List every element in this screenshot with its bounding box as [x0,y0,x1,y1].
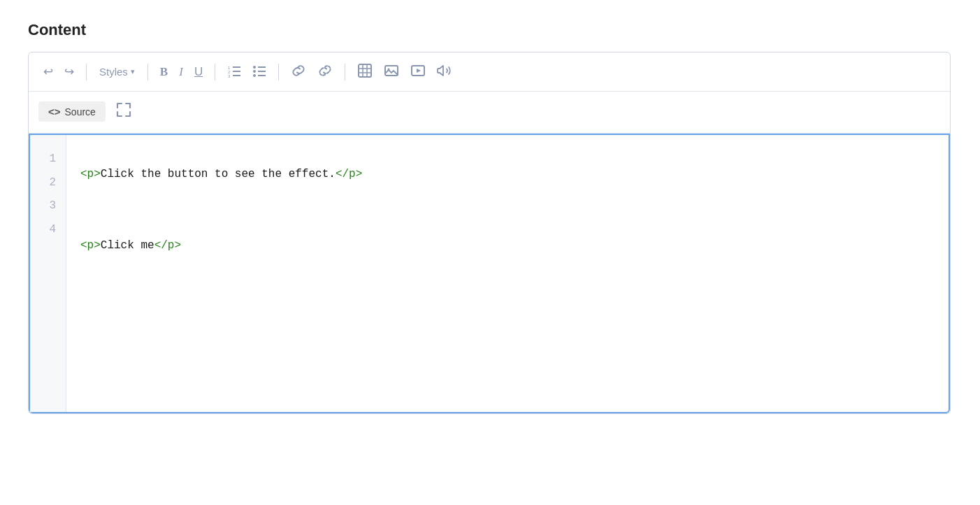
link-icon [291,63,306,80]
tag-open-3: <p> [80,239,101,252]
italic-icon: I [179,66,183,78]
secondary-toolbar: <> Source [29,92,950,134]
main-toolbar: Styles ▾ B I U 1 2 3 [29,52,950,92]
line-number-1: 1 [30,148,66,171]
audio-button[interactable] [432,59,457,84]
text-3: Click me [101,239,154,252]
undo-button[interactable] [38,62,58,81]
styles-group: Styles ▾ [94,62,140,81]
code-line-3: <p>Click me</p> [80,237,935,255]
insert-group [352,59,457,84]
source-label: Source [65,106,96,118]
image-button[interactable] [379,59,404,84]
table-button[interactable] [352,59,377,84]
line-number-4: 4 [30,218,66,242]
link-group [286,59,338,84]
bold-icon: B [160,66,168,78]
editor-container: Styles ▾ B I U 1 2 3 [28,52,951,414]
code-editor[interactable]: 1 2 3 4 <p>Click the button to see the e… [29,134,950,413]
divider-5 [345,64,345,80]
link-button[interactable] [286,59,311,84]
divider-4 [278,64,279,80]
table-icon [357,63,373,80]
unordered-list-button[interactable] [247,60,271,83]
fullscreen-button[interactable] [110,97,138,126]
audio-icon [437,63,452,80]
code-line-2 [80,201,935,220]
ordered-list-icon: 1 2 3 [227,64,241,80]
code-line-4 [80,273,935,291]
svg-rect-17 [385,66,398,76]
line-numbers: 1 2 3 4 [30,135,66,412]
format-group: B I U [155,62,208,81]
ordered-list-button[interactable]: 1 2 3 [222,60,246,83]
redo-icon [64,66,74,78]
bold-button[interactable]: B [155,62,173,81]
fullscreen-icon [115,101,132,122]
unlink-button[interactable] [312,59,338,84]
divider-3 [215,64,215,80]
redo-button[interactable] [59,62,79,81]
underline-icon: U [194,66,203,78]
svg-point-6 [253,66,256,69]
svg-text:3: 3 [228,74,231,78]
styles-label: Styles [99,66,128,78]
line-number-2: 2 [30,171,66,195]
svg-point-18 [388,69,390,71]
code-content[interactable]: <p>Click the button to see the effect.</… [66,135,949,412]
divider-2 [147,64,148,80]
tag-close-1: </p> [336,168,362,180]
svg-point-7 [253,70,256,73]
code-line-1: <p>Click the button to see the effect.</… [80,166,935,184]
tag-open-1: <p> [80,168,101,180]
video-button[interactable] [405,59,431,84]
unordered-list-icon [252,64,266,80]
image-icon [384,63,399,80]
undo-icon [43,66,53,78]
tag-close-3: </p> [154,239,181,252]
list-group: 1 2 3 [222,60,271,83]
underline-button[interactable]: U [189,62,208,81]
source-button[interactable]: <> Source [38,101,106,122]
italic-button[interactable]: I [174,62,188,81]
page-title: Content [28,21,952,39]
svg-rect-12 [359,64,371,77]
video-icon [410,63,426,80]
svg-marker-20 [417,69,421,73]
unlink-icon [317,63,333,80]
divider-1 [86,64,87,80]
line-number-3: 3 [30,194,66,218]
history-group [38,62,79,81]
svg-point-8 [253,74,256,77]
styles-dropdown[interactable]: Styles ▾ [94,62,140,81]
text-1: Click the button to see the effect. [101,168,336,180]
styles-arrow: ▾ [131,67,135,76]
source-brackets: <> [48,106,61,118]
